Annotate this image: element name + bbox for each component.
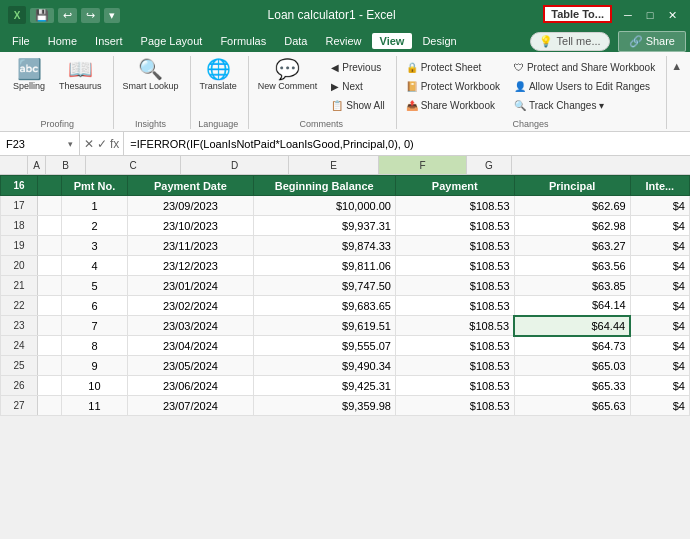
menu-review[interactable]: Review	[317, 33, 369, 49]
undo-button[interactable]: ↩	[58, 8, 77, 23]
cell-c23[interactable]: 23/03/2024	[128, 316, 253, 336]
cell-c18[interactable]: 23/10/2023	[128, 216, 253, 236]
cell-a16[interactable]	[37, 176, 61, 196]
menu-page-layout[interactable]: Page Layout	[133, 33, 211, 49]
col-header-g[interactable]: G	[467, 156, 512, 174]
cell-d19[interactable]: $9,874.33	[253, 236, 395, 256]
cell-e22[interactable]: $108.53	[395, 296, 514, 316]
col-header-d[interactable]: D	[181, 156, 289, 174]
cell-e23[interactable]: $108.53	[395, 316, 514, 336]
cell-f22[interactable]: $64.14	[514, 296, 630, 316]
cell-f16[interactable]: Principal	[514, 176, 630, 196]
allow-users-button[interactable]: 👤 Allow Users to Edit Ranges	[509, 77, 660, 95]
cell-d23[interactable]: $9,619.51	[253, 316, 395, 336]
menu-data[interactable]: Data	[276, 33, 315, 49]
cell-b20[interactable]: 4	[61, 256, 128, 276]
cell-a26[interactable]	[37, 376, 61, 396]
cell-c26[interactable]: 23/06/2024	[128, 376, 253, 396]
quick-save-button[interactable]: 💾	[30, 8, 54, 23]
cell-f19[interactable]: $63.27	[514, 236, 630, 256]
menu-design[interactable]: Design	[414, 33, 464, 49]
cell-f23[interactable]: $64.44	[514, 316, 630, 336]
share-button[interactable]: 🔗 Share	[618, 31, 686, 52]
table-to-tab[interactable]: Table To...	[543, 5, 612, 23]
cell-c27[interactable]: 23/07/2024	[128, 396, 253, 416]
translate-button[interactable]: 🌐 Translate	[195, 56, 242, 114]
cell-d18[interactable]: $9,937.31	[253, 216, 395, 236]
ribbon-collapse-button[interactable]: ▲	[667, 56, 686, 129]
cell-c20[interactable]: 23/12/2023	[128, 256, 253, 276]
cell-f18[interactable]: $62.98	[514, 216, 630, 236]
maximize-button[interactable]: □	[640, 8, 660, 22]
cell-g19[interactable]: $4	[630, 236, 689, 256]
thesaurus-button[interactable]: 📖 Thesaurus	[54, 56, 107, 114]
cell-e17[interactable]: $108.53	[395, 196, 514, 216]
cell-b19[interactable]: 3	[61, 236, 128, 256]
cell-e25[interactable]: $108.53	[395, 356, 514, 376]
cell-d27[interactable]: $9,359.98	[253, 396, 395, 416]
cell-c25[interactable]: 23/05/2024	[128, 356, 253, 376]
cell-f26[interactable]: $65.33	[514, 376, 630, 396]
cell-b26[interactable]: 10	[61, 376, 128, 396]
formula-cancel-icon[interactable]: ✕	[84, 137, 94, 151]
cell-b16[interactable]: Pmt No.	[61, 176, 128, 196]
cell-c21[interactable]: 23/01/2024	[128, 276, 253, 296]
prev-comment-button[interactable]: ◀ Previous	[326, 58, 389, 76]
cell-c19[interactable]: 23/11/2023	[128, 236, 253, 256]
cell-e18[interactable]: $108.53	[395, 216, 514, 236]
cell-f24[interactable]: $64.73	[514, 336, 630, 356]
cell-b22[interactable]: 6	[61, 296, 128, 316]
col-header-b[interactable]: B	[46, 156, 86, 174]
cell-a24[interactable]	[37, 336, 61, 356]
cell-g22[interactable]: $4	[630, 296, 689, 316]
cell-g25[interactable]: $4	[630, 356, 689, 376]
cell-e21[interactable]: $108.53	[395, 276, 514, 296]
track-changes-button[interactable]: 🔍 Track Changes ▾	[509, 96, 660, 114]
cell-g26[interactable]: $4	[630, 376, 689, 396]
col-header-e[interactable]: E	[289, 156, 379, 174]
smart-lookup-button[interactable]: 🔍 Smart Lookup	[118, 56, 184, 114]
menu-insert[interactable]: Insert	[87, 33, 131, 49]
cell-d22[interactable]: $9,683.65	[253, 296, 395, 316]
menu-home[interactable]: Home	[40, 33, 85, 49]
cell-d25[interactable]: $9,490.34	[253, 356, 395, 376]
tell-me-box[interactable]: 💡 Tell me...	[530, 32, 610, 51]
share-workbook-button[interactable]: 📤 Share Workbook	[401, 96, 505, 114]
formula-insert-function-icon[interactable]: fx	[110, 137, 119, 151]
cell-e27[interactable]: $108.53	[395, 396, 514, 416]
col-header-a[interactable]: A	[28, 156, 46, 174]
cell-a18[interactable]	[37, 216, 61, 236]
formula-confirm-icon[interactable]: ✓	[97, 137, 107, 151]
cell-a21[interactable]	[37, 276, 61, 296]
cell-d16[interactable]: Beginning Balance	[253, 176, 395, 196]
cell-e19[interactable]: $108.53	[395, 236, 514, 256]
cell-g27[interactable]: $4	[630, 396, 689, 416]
cell-a22[interactable]	[37, 296, 61, 316]
cell-b17[interactable]: 1	[61, 196, 128, 216]
customize-button[interactable]: ▾	[104, 8, 120, 23]
cell-c22[interactable]: 23/02/2024	[128, 296, 253, 316]
next-comment-button[interactable]: ▶ Next	[326, 77, 389, 95]
redo-button[interactable]: ↪	[81, 8, 100, 23]
col-header-c[interactable]: C	[86, 156, 181, 174]
cell-f27[interactable]: $65.63	[514, 396, 630, 416]
cell-c17[interactable]: 23/09/2023	[128, 196, 253, 216]
cell-f17[interactable]: $62.69	[514, 196, 630, 216]
cell-c16[interactable]: Payment Date	[128, 176, 253, 196]
protect-sheet-button[interactable]: 🔒 Protect Sheet	[401, 58, 505, 76]
cell-a25[interactable]	[37, 356, 61, 376]
cell-b21[interactable]: 5	[61, 276, 128, 296]
cell-b25[interactable]: 9	[61, 356, 128, 376]
name-box-dropdown[interactable]: ▾	[68, 139, 73, 149]
cell-b27[interactable]: 11	[61, 396, 128, 416]
cell-e26[interactable]: $108.53	[395, 376, 514, 396]
cell-g16[interactable]: Inte...	[630, 176, 689, 196]
cell-f20[interactable]: $63.56	[514, 256, 630, 276]
cell-e24[interactable]: $108.53	[395, 336, 514, 356]
cell-a20[interactable]	[37, 256, 61, 276]
cell-g17[interactable]: $4	[630, 196, 689, 216]
cell-d26[interactable]: $9,425.31	[253, 376, 395, 396]
cell-a17[interactable]	[37, 196, 61, 216]
menu-view[interactable]: View	[372, 33, 413, 49]
cell-c24[interactable]: 23/04/2024	[128, 336, 253, 356]
